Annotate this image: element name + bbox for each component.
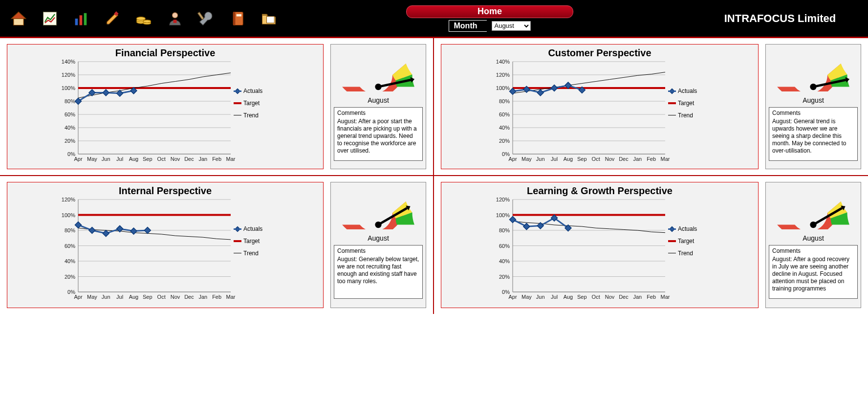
comments-heading: Comments [337, 247, 419, 255]
svg-text:Target: Target [678, 238, 694, 245]
svg-rect-20 [237, 14, 241, 17]
svg-text:Dec: Dec [184, 156, 194, 162]
edit-icon[interactable] [104, 10, 121, 27]
svg-text:Feb: Feb [647, 294, 656, 300]
svg-text:Sep: Sep [143, 156, 152, 162]
toolbar-icons [10, 10, 278, 27]
svg-text:Feb: Feb [212, 156, 221, 162]
svg-text:Apr: Apr [74, 294, 82, 300]
svg-text:Target: Target [678, 100, 694, 107]
chart-title: Customer Perspective [444, 47, 755, 59]
svg-text:Mar: Mar [226, 294, 236, 300]
svg-text:60%: 60% [65, 243, 75, 249]
panel-learning: Learning & Growth Perspective 0%20%40%60… [434, 176, 868, 314]
svg-text:Feb: Feb [212, 294, 221, 300]
svg-marker-101 [537, 89, 543, 96]
svg-text:60%: 60% [499, 243, 510, 249]
svg-text:Jul: Jul [551, 156, 558, 162]
svg-text:Apr: Apr [508, 294, 517, 300]
user-icon[interactable] [166, 10, 184, 27]
folder-icon[interactable] [260, 10, 278, 27]
gauge-financial [334, 47, 422, 93]
svg-rect-19 [233, 12, 236, 25]
month-label: Month [449, 20, 487, 32]
comments-box-financial: Comments August: After a poor start the … [334, 107, 423, 161]
svg-text:120%: 120% [62, 72, 75, 78]
side-card-learning: August Comments August: After a good rec… [765, 182, 861, 308]
svg-text:May: May [521, 156, 532, 162]
comments-heading: Comments [772, 110, 854, 117]
svg-rect-1 [14, 19, 23, 25]
svg-text:Dec: Dec [184, 294, 194, 300]
svg-rect-5 [80, 15, 83, 25]
home-icon[interactable] [10, 10, 27, 27]
gauge-month-label: August [368, 96, 389, 104]
svg-text:Sep: Sep [143, 294, 152, 300]
panel-internal: Internal Perspective 0%20%40%60%80%100%1… [0, 176, 434, 314]
svg-text:80%: 80% [499, 98, 510, 104]
svg-rect-6 [84, 13, 87, 25]
line-chart-internal: 0%20%40%60%80%100%120%AprMayJunJulAugSep… [10, 198, 320, 305]
svg-point-15 [172, 12, 177, 18]
svg-text:Oct: Oct [592, 156, 600, 162]
svg-text:Sep: Sep [577, 294, 587, 300]
svg-marker-8 [107, 24, 109, 25]
line-chart-customer: 0%20%40%60%80%100%120%140%AprMayJunJulAu… [444, 60, 755, 167]
svg-text:40%: 40% [499, 125, 510, 131]
line-chart-learning: 0%20%40%60%80%100%120%AprMayJunJulAugSep… [444, 198, 755, 305]
chart-legend: ActualsTargetTrend [668, 225, 697, 256]
report-icon[interactable] [41, 10, 59, 27]
chart-card-financial: Financial Perspective 0%20%40%60%80%100%… [7, 44, 324, 169]
topbar: Home Month August INTRAFOCUS Limited [0, 0, 868, 38]
gauge-month-label: August [368, 234, 389, 242]
svg-text:60%: 60% [65, 111, 75, 117]
svg-text:100%: 100% [496, 85, 510, 91]
svg-text:40%: 40% [65, 258, 75, 264]
svg-text:60%: 60% [499, 111, 510, 117]
svg-rect-21 [267, 16, 275, 23]
comments-text: August: General trend is upwards however… [772, 118, 854, 155]
svg-text:Aug: Aug [129, 294, 139, 300]
svg-text:Dec: Dec [619, 156, 629, 162]
chart-legend: ActualsTargetTrend [234, 225, 262, 256]
notebook-icon[interactable] [229, 10, 246, 27]
gauge-internal [334, 185, 422, 231]
svg-text:120%: 120% [496, 72, 510, 78]
month-select[interactable]: August [492, 21, 531, 31]
svg-text:20%: 20% [65, 138, 75, 144]
svg-text:Actuals: Actuals [243, 88, 262, 94]
svg-text:Jan: Jan [633, 294, 642, 300]
svg-text:Nov: Nov [171, 156, 180, 162]
svg-text:Mar: Mar [661, 294, 670, 300]
home-button[interactable]: Home [406, 5, 573, 18]
tools-icon[interactable] [197, 10, 215, 27]
chart-legend: ActualsTargetTrend [668, 88, 697, 118]
svg-text:Target: Target [243, 238, 260, 245]
month-row: Month August [449, 20, 531, 32]
svg-text:Oct: Oct [592, 294, 600, 300]
svg-marker-146 [103, 230, 109, 237]
svg-marker-99 [510, 88, 516, 94]
svg-text:20%: 20% [499, 274, 510, 280]
gauge-customer [769, 47, 857, 93]
svg-text:Target: Target [243, 100, 260, 107]
side-card-customer: August Comments August: General trend is… [765, 44, 861, 169]
comments-text: August: Generally below target, we are n… [337, 256, 419, 285]
panel-financial: Financial Perspective 0%20%40%60%80%100%… [0, 38, 434, 176]
svg-point-67 [375, 84, 381, 90]
svg-text:Trend: Trend [678, 250, 693, 257]
svg-text:May: May [87, 156, 97, 162]
svg-text:Jul: Jul [551, 294, 558, 300]
svg-text:80%: 80% [499, 227, 510, 233]
svg-text:Jan: Jan [198, 156, 207, 162]
finance-icon[interactable] [135, 10, 152, 27]
svg-text:Nov: Nov [171, 294, 180, 300]
svg-text:Jan: Jan [633, 156, 642, 162]
chart-title: Financial Perspective [10, 47, 320, 59]
svg-text:Jun: Jun [102, 294, 110, 300]
svg-text:Actuals: Actuals [678, 88, 697, 94]
svg-text:100%: 100% [62, 85, 75, 91]
bar-chart-icon[interactable] [72, 10, 90, 27]
svg-text:Mar: Mar [661, 156, 670, 162]
svg-marker-145 [89, 227, 95, 234]
